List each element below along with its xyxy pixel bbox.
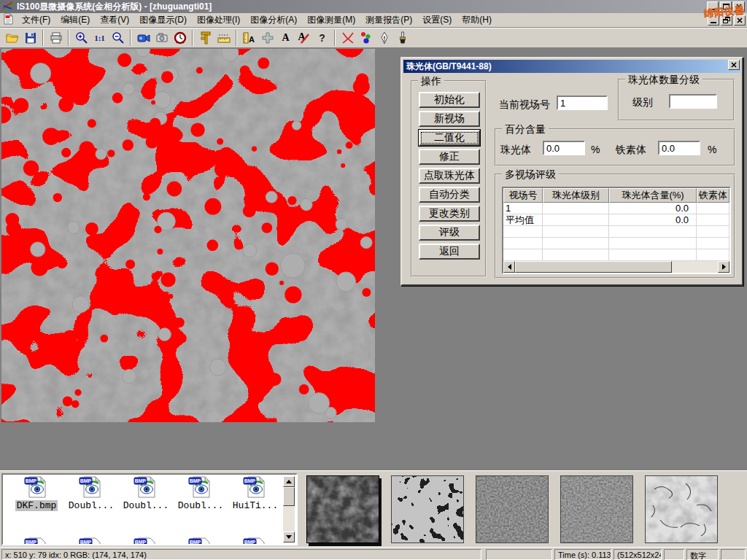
- text-tool-button[interactable]: A: [276, 29, 295, 47]
- menu-item-edit[interactable]: 编辑(E): [55, 12, 95, 28]
- thumbnail-4[interactable]: [560, 475, 633, 543]
- file-name[interactable]: Doubl...: [122, 500, 170, 511]
- scroll-up-button[interactable]: [283, 476, 295, 487]
- arrow-up-icon: [286, 480, 292, 483]
- status-empty-panel: [486, 549, 552, 560]
- zoom-out-button[interactable]: [109, 29, 127, 47]
- arrow-right-icon: [722, 264, 726, 270]
- file-item-2[interactable]: BMP Doubl...: [120, 476, 172, 511]
- annotate-button[interactable]: A: [295, 29, 313, 47]
- dialog-close-button[interactable]: [728, 60, 740, 70]
- timer-button[interactable]: [171, 29, 189, 47]
- zoom-in-icon: [74, 31, 89, 45]
- thumbnail-5[interactable]: [645, 475, 718, 543]
- zoom-in-button[interactable]: [72, 29, 90, 47]
- scroll-left-button[interactable]: [503, 261, 515, 273]
- return-button[interactable]: 返回: [419, 244, 480, 260]
- col-header-level[interactable]: 珠光体级别: [543, 188, 609, 203]
- file-item-0[interactable]: BMP DKF.bmp: [10, 476, 63, 511]
- snapshot-button[interactable]: [152, 29, 171, 47]
- col-header-ferrite[interactable]: 铁素体: [697, 188, 729, 203]
- level-input[interactable]: [669, 94, 717, 109]
- grid-button[interactable]: [258, 29, 276, 47]
- file-list-vscrollbar[interactable]: [283, 476, 295, 542]
- table-cell[interactable]: 0.0: [609, 214, 697, 226]
- vscroll-thumb[interactable]: [283, 487, 295, 506]
- bmp-file-icon: BMP: [188, 476, 213, 498]
- menu-item-image-processing[interactable]: 图像处理(I): [192, 12, 245, 28]
- hscroll-thumb[interactable]: [515, 261, 672, 273]
- file-item-1[interactable]: BMP Doubl...: [65, 476, 117, 511]
- ruler-icon: [217, 31, 231, 45]
- current-field-input[interactable]: [557, 96, 608, 110]
- file-item-clipped[interactable]: BMP: [10, 537, 63, 545]
- menu-item-file[interactable]: 文件(F): [17, 12, 55, 28]
- printer-icon: [49, 31, 63, 45]
- file-item-clipped[interactable]: BMP: [229, 537, 282, 545]
- table-cell[interactable]: 0.0: [609, 203, 697, 214]
- table-cell[interactable]: [697, 203, 729, 214]
- status-mode: 数字: [686, 549, 719, 560]
- group-grading-label: 珠光体数量分级: [625, 74, 703, 87]
- menu-item-image-analysis[interactable]: 图像分析(A): [245, 12, 302, 28]
- pen-button[interactable]: [375, 29, 393, 47]
- open-button[interactable]: [3, 29, 21, 47]
- pearlite-percent-input[interactable]: [543, 141, 585, 155]
- help-button[interactable]: ?: [313, 29, 331, 47]
- file-item-4[interactable]: BMP HuiTi...: [229, 476, 282, 511]
- file-item-3[interactable]: BMP Doubl...: [174, 476, 227, 511]
- measure-text-button[interactable]: A: [240, 29, 258, 47]
- file-name[interactable]: DKF.bmp: [15, 500, 58, 511]
- brush-button[interactable]: [393, 29, 411, 47]
- menu-item-help[interactable]: 帮助(H): [457, 12, 497, 28]
- init-button[interactable]: 初始化: [419, 92, 480, 108]
- table-cell[interactable]: 平均值: [503, 214, 543, 226]
- thumbnail-1[interactable]: [306, 475, 379, 543]
- menu-item-view[interactable]: 查看(V): [95, 12, 134, 28]
- menu-item-settings[interactable]: 设置(S): [417, 12, 457, 28]
- dialog-title-bar[interactable]: 珠光体(GB/T9441-88): [403, 60, 740, 73]
- table-cell[interactable]: [543, 203, 609, 214]
- print-button[interactable]: [47, 29, 65, 47]
- menu-item-image-measure[interactable]: 图像测量(M): [302, 12, 360, 28]
- video-capture-button[interactable]: [134, 29, 152, 47]
- table-cell[interactable]: 1: [503, 203, 543, 214]
- file-item-clipped[interactable]: BMP: [65, 537, 117, 545]
- curve-button[interactable]: [338, 29, 357, 47]
- table-hscrollbar[interactable]: [503, 261, 729, 273]
- auto-classify-button[interactable]: 自动分类: [419, 187, 480, 203]
- menu-item-measure-report[interactable]: 测量报告(P): [360, 12, 417, 28]
- bottom-panel: BMP DKF.bmp BMP Doubl... BMP Doubl...: [0, 470, 747, 547]
- points-button[interactable]: [357, 29, 375, 47]
- ferrite-percent-input[interactable]: [658, 141, 700, 155]
- hscroll-track[interactable]: [515, 261, 718, 273]
- scroll-down-button[interactable]: [283, 532, 295, 542]
- new-field-button[interactable]: 新视场: [419, 111, 480, 127]
- pick-pearlite-button[interactable]: 点取珠光体: [419, 168, 480, 184]
- mdi-document-icon[interactable]: [3, 13, 14, 27]
- file-item-clipped[interactable]: BMP: [120, 537, 172, 545]
- caliper-button[interactable]: [196, 29, 214, 47]
- file-item-clipped[interactable]: BMP: [174, 537, 227, 545]
- file-name[interactable]: HuiTi...: [231, 500, 279, 511]
- table-cell[interactable]: [697, 214, 729, 226]
- col-header-field[interactable]: 视场号: [503, 188, 543, 203]
- video-camera-icon: [136, 31, 151, 45]
- save-button[interactable]: [21, 29, 39, 47]
- specimen-image[interactable]: [1, 49, 375, 422]
- ruler-button[interactable]: [214, 29, 233, 47]
- binarize-button[interactable]: 二值化: [419, 130, 480, 146]
- change-class-button[interactable]: 更改类别: [419, 206, 480, 222]
- grade-button[interactable]: 评级: [419, 225, 480, 241]
- file-name[interactable]: Doubl...: [67, 500, 115, 511]
- thumbnail-2[interactable]: [391, 475, 464, 543]
- actual-size-button[interactable]: 1:1: [90, 29, 109, 47]
- thumbnail-3[interactable]: [476, 475, 549, 543]
- file-name[interactable]: Doubl...: [177, 500, 225, 511]
- correct-button[interactable]: 修正: [419, 149, 480, 165]
- scroll-right-button[interactable]: [718, 261, 729, 273]
- menu-item-image-display[interactable]: 图像显示(D): [134, 12, 192, 28]
- table-cell[interactable]: [543, 214, 609, 226]
- col-header-pearlite[interactable]: 珠光体含量(%): [609, 188, 697, 203]
- text-tool-icon: A: [282, 32, 289, 44]
